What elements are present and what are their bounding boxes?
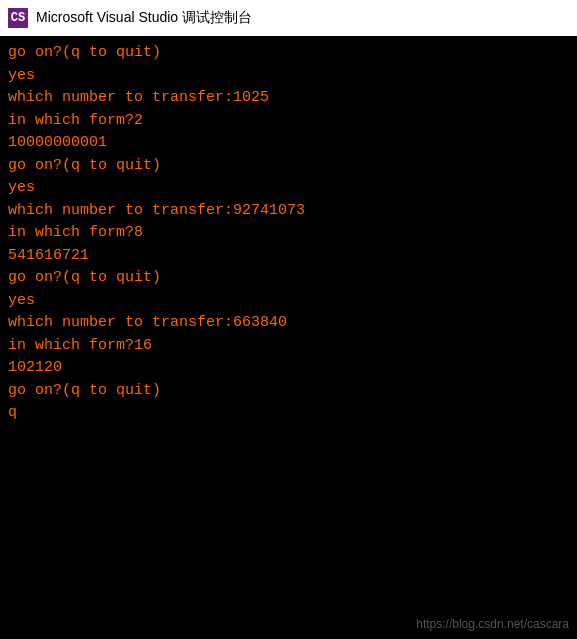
console-line: yes bbox=[8, 65, 569, 88]
console-area: go on?(q to quit)yeswhich number to tran… bbox=[0, 36, 577, 639]
console-line: in which form?2 bbox=[8, 110, 569, 133]
watermark: https://blog.csdn.net/cascara bbox=[416, 617, 569, 631]
console-line: go on?(q to quit) bbox=[8, 42, 569, 65]
title-bar: CS Microsoft Visual Studio 调试控制台 bbox=[0, 0, 577, 36]
console-line: 541616721 bbox=[8, 245, 569, 268]
console-line: q bbox=[8, 402, 569, 425]
console-line: go on?(q to quit) bbox=[8, 267, 569, 290]
console-line: yes bbox=[8, 177, 569, 200]
console-line: in which form?8 bbox=[8, 222, 569, 245]
console-line: yes bbox=[8, 290, 569, 313]
console-line: in which form?16 bbox=[8, 335, 569, 358]
console-line: which number to transfer:1025 bbox=[8, 87, 569, 110]
console-line: 10000000001 bbox=[8, 132, 569, 155]
console-line: which number to transfer:92741073 bbox=[8, 200, 569, 223]
title-bar-text: Microsoft Visual Studio 调试控制台 bbox=[36, 9, 252, 27]
console-line: which number to transfer:663840 bbox=[8, 312, 569, 335]
console-line: go on?(q to quit) bbox=[8, 380, 569, 403]
console-line: 102120 bbox=[8, 357, 569, 380]
app-icon: CS bbox=[8, 8, 28, 28]
console-line: go on?(q to quit) bbox=[8, 155, 569, 178]
